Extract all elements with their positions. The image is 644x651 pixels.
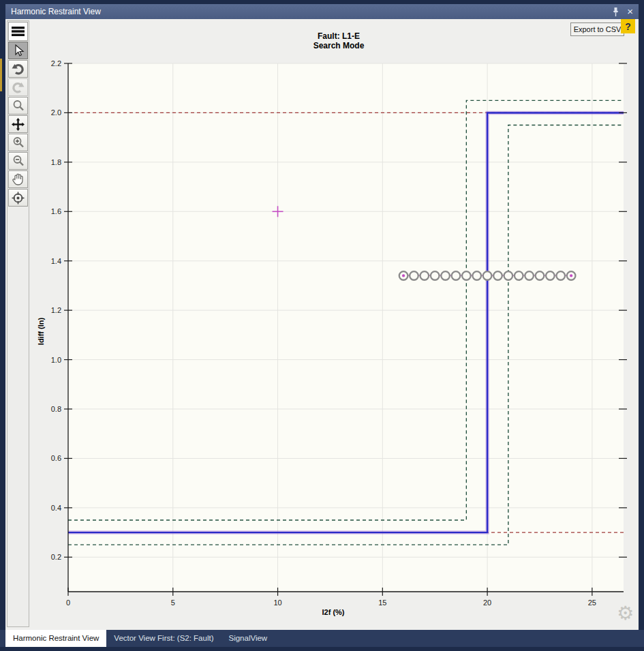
move-icon[interactable] xyxy=(8,115,28,133)
test-point-marker xyxy=(431,271,440,280)
svg-text:1.2: 1.2 xyxy=(51,306,61,314)
pin-icon[interactable] xyxy=(611,7,620,17)
search-line-endpoint-dot xyxy=(570,274,572,277)
test-point-marker xyxy=(515,271,523,280)
redo-icon[interactable] xyxy=(8,78,28,96)
search-line-endpoint-dot xyxy=(402,274,405,277)
chart-canvas[interactable]: 0.20.40.60.81.01.21.41.61.82.02.20510152… xyxy=(5,19,639,630)
settings-gear-icon[interactable]: ⚙ xyxy=(617,604,634,623)
svg-text:1.6: 1.6 xyxy=(51,207,61,215)
test-point-marker xyxy=(546,271,555,280)
pan-hand-icon[interactable] xyxy=(8,170,28,188)
tab-harmonic-restraint-view[interactable]: Harmonic Restraint View xyxy=(5,630,106,647)
test-point-marker xyxy=(452,271,461,280)
tab-signalview[interactable]: SignalView xyxy=(221,630,275,647)
svg-text:10: 10 xyxy=(273,599,281,607)
y-axis-label: Idiff (In) xyxy=(37,307,45,355)
chart-title: Fault: L1-E xyxy=(265,31,412,41)
svg-text:1.0: 1.0 xyxy=(51,356,61,364)
help-icon[interactable]: ? xyxy=(621,19,635,33)
window-titlebar[interactable]: Harmonic Restraint View × xyxy=(5,4,639,19)
test-point-marker xyxy=(420,271,429,280)
test-point-marker xyxy=(493,271,502,280)
chart-toolbar xyxy=(7,20,29,627)
chart-subtitle: Search Mode xyxy=(265,41,412,50)
test-point-marker xyxy=(462,271,471,280)
svg-text:0.2: 0.2 xyxy=(51,553,61,561)
svg-text:1.8: 1.8 xyxy=(51,158,61,166)
test-point-marker xyxy=(472,271,481,280)
select-cursor-icon[interactable] xyxy=(8,42,28,59)
svg-text:20: 20 xyxy=(483,599,491,607)
tab-bar: Harmonic Restraint View Vector View Firs… xyxy=(0,630,644,647)
svg-text:0.8: 0.8 xyxy=(51,405,61,413)
crosshair-icon[interactable] xyxy=(8,189,28,207)
window-title: Harmonic Restraint View xyxy=(11,7,611,16)
test-point-marker xyxy=(441,271,450,280)
edge-accent-strip xyxy=(0,59,2,91)
svg-text:2.0: 2.0 xyxy=(51,108,61,117)
content-area: Export to CSV ? Fault: L1-E Search Mode … xyxy=(5,19,639,630)
svg-text:0.4: 0.4 xyxy=(51,504,61,512)
menu-icon[interactable] xyxy=(8,22,28,41)
svg-text:2.2: 2.2 xyxy=(51,59,61,67)
zoom-lens-icon[interactable] xyxy=(8,97,28,115)
test-point-marker xyxy=(410,271,418,280)
test-point-marker xyxy=(525,271,534,280)
svg-text:15: 15 xyxy=(378,599,386,607)
svg-text:25: 25 xyxy=(588,599,596,607)
harmonic-restraint-window: Harmonic Restraint View × xyxy=(0,0,644,651)
plot-background[interactable] xyxy=(68,63,624,592)
svg-text:0: 0 xyxy=(66,599,70,607)
zoom-out-icon[interactable] xyxy=(8,152,28,170)
test-point-marker xyxy=(536,271,545,280)
undo-icon[interactable] xyxy=(8,60,28,78)
svg-text:0.6: 0.6 xyxy=(51,454,61,462)
test-point-marker xyxy=(504,271,513,280)
svg-text:5: 5 xyxy=(171,599,175,607)
close-icon[interactable]: × xyxy=(627,7,633,16)
x-axis-label: I2f (%) xyxy=(306,608,361,616)
test-points xyxy=(399,271,576,280)
svg-text:1.4: 1.4 xyxy=(51,257,61,265)
export-csv-button[interactable]: Export to CSV xyxy=(570,22,624,36)
zoom-in-icon[interactable] xyxy=(8,134,28,151)
test-point-marker xyxy=(556,271,565,280)
tab-vector-view-first[interactable]: Vector View First: (S2: Fault) xyxy=(106,630,221,647)
test-point-marker xyxy=(483,271,492,280)
